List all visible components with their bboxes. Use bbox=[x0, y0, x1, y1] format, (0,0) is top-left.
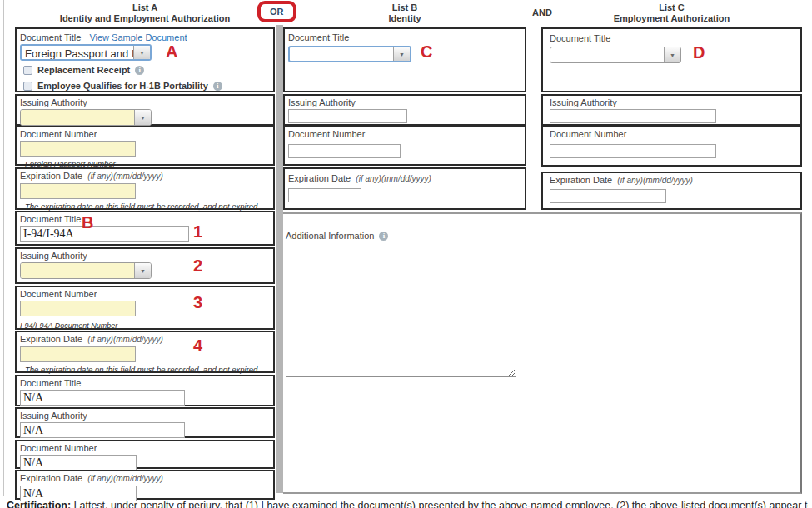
annotation-a: A bbox=[166, 43, 177, 60]
list-b-title: List B bbox=[283, 2, 526, 13]
list-a-issuing-authority-label: Issuing Authority bbox=[20, 97, 268, 107]
column-divider bbox=[276, 25, 283, 493]
list-c-document-title-select-value bbox=[550, 47, 664, 62]
additional-information-info-icon[interactable]: i bbox=[379, 232, 388, 241]
additional-information-label: Additional Information bbox=[286, 231, 374, 241]
list-c-expiration-date-label: Expiration Date (if any)(mm/dd/yyyy) bbox=[550, 175, 795, 186]
list-c-document-title-label: Document Title bbox=[550, 33, 795, 43]
dropdown-arrow-icon[interactable]: ▼ bbox=[133, 46, 150, 59]
list-b-document-number-input[interactable] bbox=[288, 144, 401, 158]
list-a-doc2-document-number-hint: I-94/I-94A Document Number bbox=[20, 321, 268, 330]
list-a-doc2-issuing-authority-select-value bbox=[21, 263, 134, 278]
or-label: OR bbox=[270, 7, 284, 17]
list-c-document-title-box: Document Title ▼ D bbox=[541, 27, 802, 92]
list-a-doc3-document-number-box: Document Number bbox=[15, 440, 275, 469]
document-verification-page: List A Identity and Employment Authoriza… bbox=[0, 0, 812, 508]
list-a-expiration-date-input[interactable] bbox=[20, 183, 136, 199]
list-a-document-title-select[interactable]: Foreign Passport and I-... ▼ bbox=[20, 44, 152, 61]
list-b-header: List B Identity bbox=[283, 2, 526, 24]
h1b-portability-label: Employee Qualifies for H-1B Portability bbox=[37, 81, 208, 91]
list-b-issuing-authority-input[interactable] bbox=[288, 109, 407, 123]
list-a-doc2-issuing-authority-select[interactable]: ▼ bbox=[20, 262, 152, 279]
list-c-issuing-authority-box: Issuing Authority bbox=[541, 94, 802, 126]
list-a-document-title-select-value: Foreign Passport and I-... bbox=[22, 46, 133, 59]
dropdown-arrow-icon[interactable]: ▼ bbox=[134, 110, 151, 125]
annotation-c: C bbox=[421, 43, 432, 60]
annotation-2: 2 bbox=[193, 257, 202, 274]
additional-information-panel: Additional Information i bbox=[283, 212, 802, 494]
list-b-issuing-authority-box: Issuing Authority bbox=[283, 94, 526, 126]
list-a-doc3-title-input[interactable] bbox=[20, 390, 185, 406]
list-a-title: List A bbox=[15, 2, 275, 13]
list-a-header: List A Identity and Employment Authoriza… bbox=[15, 2, 275, 24]
list-b-subtitle: Identity bbox=[283, 13, 526, 24]
list-b-document-number-box: Document Number bbox=[283, 126, 526, 166]
list-b-expiration-date-input[interactable] bbox=[288, 188, 361, 202]
list-a-doc2-expiration-date-format: (if any)(mm/dd/yyyy) bbox=[87, 335, 163, 344]
list-b-document-title-box: Document Title ▼ C bbox=[283, 27, 526, 92]
list-c-document-number-label: Document Number bbox=[550, 129, 795, 139]
list-b-expiration-date-label: Expiration Date (if any)(mm/dd/yyyy) bbox=[288, 173, 520, 184]
list-c-document-number-input[interactable] bbox=[550, 144, 716, 158]
list-a-document-number-label: Document Number bbox=[20, 129, 268, 139]
list-c-document-number-box: Document Number bbox=[541, 126, 802, 167]
additional-information-textarea[interactable] bbox=[286, 242, 516, 377]
list-c-header: List C Employment Authorization bbox=[541, 2, 802, 24]
h1b-portability-info-icon[interactable]: i bbox=[213, 82, 222, 91]
list-a-doc2-expiration-date-label: Expiration Date (if any)(mm/dd/yyyy) bbox=[20, 334, 268, 345]
list-b-document-title-label: Document Title bbox=[288, 32, 520, 42]
list-a-doc2-title-input[interactable] bbox=[20, 226, 189, 242]
list-a-document-number-box: Document Number Foreign Passport Number bbox=[15, 126, 275, 166]
list-b-expiration-date-format: (if any)(mm/dd/yyyy) bbox=[356, 174, 431, 183]
list-a-document-number-input[interactable] bbox=[20, 141, 136, 157]
h1b-portability-checkbox[interactable] bbox=[23, 82, 32, 91]
view-sample-document-link[interactable]: View Sample Document bbox=[89, 32, 187, 42]
annotation-4: 4 bbox=[193, 337, 202, 354]
list-a-doc2-expiration-date-box: Expiration Date (if any)(mm/dd/yyyy) 4 T… bbox=[15, 331, 275, 373]
dropdown-arrow-icon[interactable]: ▼ bbox=[393, 47, 410, 61]
list-a-expiration-date-label: Expiration Date (if any)(mm/dd/yyyy) bbox=[20, 171, 268, 182]
list-a-doc2-issuing-authority-box: Issuing Authority ▼ 2 bbox=[15, 247, 275, 284]
annotation-d: D bbox=[693, 44, 705, 61]
list-c-title: List C bbox=[541, 2, 802, 13]
dropdown-arrow-icon[interactable]: ▼ bbox=[134, 263, 151, 278]
list-a-doc2-title-box: Document Title B 1 bbox=[15, 211, 275, 246]
list-a-doc2-document-number-input[interactable] bbox=[20, 301, 136, 316]
list-b-document-number-label: Document Number bbox=[288, 129, 520, 139]
list-a-document-title-box: Document Title View Sample Document Fore… bbox=[15, 27, 275, 92]
list-a-doc2-document-number-box: Document Number 3 I-94/I-94A Document Nu… bbox=[15, 286, 275, 330]
list-b-document-title-select-value bbox=[290, 47, 393, 61]
list-a-doc3-expiration-date-format: (if any)(mm/dd/yyyy) bbox=[87, 474, 163, 483]
dropdown-arrow-icon[interactable]: ▼ bbox=[664, 47, 680, 62]
list-b-document-title-select[interactable]: ▼ bbox=[288, 46, 411, 62]
replacement-receipt-info-icon[interactable]: i bbox=[135, 66, 144, 75]
list-a-doc3-title-box: Document Title bbox=[15, 375, 275, 406]
list-a-doc2-document-number-label: Document Number bbox=[20, 289, 268, 299]
annotation-b: B bbox=[82, 214, 93, 231]
list-a-expiration-date-box: Expiration Date (if any)(mm/dd/yyyy) The… bbox=[15, 167, 275, 210]
list-a-doc3-issuing-authority-input[interactable] bbox=[20, 422, 185, 438]
list-c-expiration-date-box: Expiration Date (if any)(mm/dd/yyyy) bbox=[541, 172, 802, 210]
certification-text: Certification: I attest, under penalty o… bbox=[7, 500, 808, 508]
replacement-receipt-checkbox[interactable] bbox=[23, 66, 32, 75]
annotation-1: 1 bbox=[193, 223, 202, 240]
page-left-border bbox=[3, 0, 4, 496]
list-c-issuing-authority-input[interactable] bbox=[550, 109, 716, 123]
list-a-doc2-expiration-date-input[interactable] bbox=[20, 346, 136, 362]
list-a-doc3-expiration-date-box: Expiration Date (if any)(mm/dd/yyyy) bbox=[15, 470, 275, 500]
or-badge: OR bbox=[257, 1, 296, 22]
list-c-subtitle: Employment Authorization bbox=[541, 13, 802, 24]
list-a-expiration-date-format: (if any)(mm/dd/yyyy) bbox=[87, 172, 163, 181]
list-a-issuing-authority-box: Issuing Authority ▼ bbox=[15, 94, 275, 126]
list-a-issuing-authority-select[interactable]: ▼ bbox=[20, 109, 152, 126]
list-a-document-title-label: Document Title bbox=[20, 32, 81, 42]
list-b-expiration-date-box: Expiration Date (if any)(mm/dd/yyyy) bbox=[283, 167, 526, 210]
list-a-doc3-issuing-authority-label: Issuing Authority bbox=[20, 411, 268, 421]
list-c-issuing-authority-label: Issuing Authority bbox=[550, 97, 795, 107]
list-c-expiration-date-input[interactable] bbox=[550, 189, 666, 203]
list-a-doc3-document-number-input[interactable] bbox=[20, 455, 137, 471]
list-a-doc3-title-label: Document Title bbox=[20, 378, 268, 388]
list-c-document-title-select[interactable]: ▼ bbox=[550, 47, 681, 63]
list-a-subtitle: Identity and Employment Authorization bbox=[15, 13, 275, 24]
list-a-doc2-title-label: Document Title bbox=[20, 214, 268, 224]
